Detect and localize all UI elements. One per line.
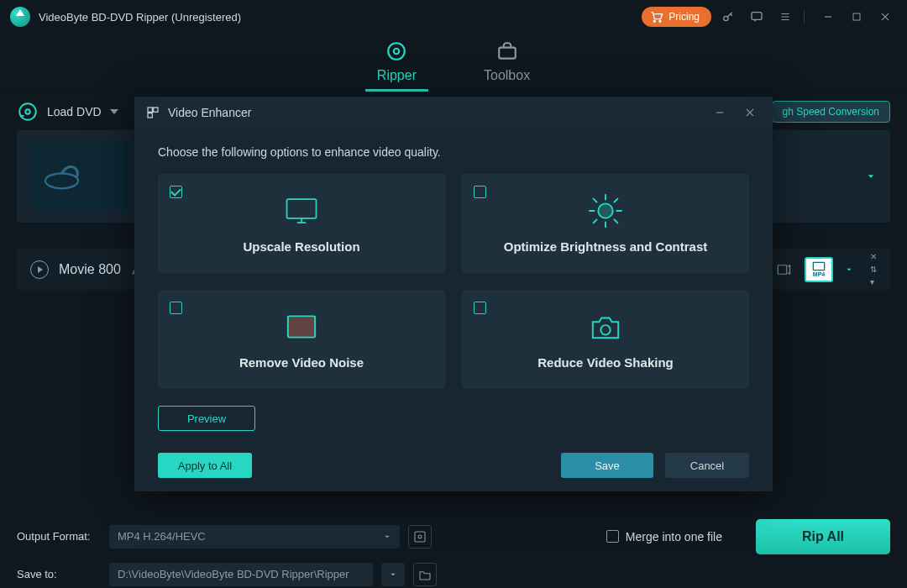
- save-to-label: Save to:: [17, 568, 101, 580]
- card-remove-noise[interactable]: Remove Video Noise: [158, 290, 445, 389]
- titlebar: VideoByte BD-DVD Ripper (Unregistered) P…: [0, 0, 907, 34]
- checkbox-icon: [170, 302, 182, 314]
- output-format-value: MP4 H.264/HEVC: [118, 530, 206, 543]
- preview-button[interactable]: Preview: [158, 406, 255, 431]
- reorder-arrows[interactable]: ✕ ⇅ ▾: [870, 252, 877, 286]
- svg-rect-13: [813, 262, 824, 270]
- output-format-label: Output Format:: [17, 530, 101, 543]
- save-button[interactable]: Save: [561, 453, 653, 478]
- minimize-button[interactable]: [816, 5, 840, 29]
- format-chip-label: MP4: [813, 271, 825, 277]
- card-reduce-shaking[interactable]: Reduce Video Shaking: [462, 290, 749, 389]
- close-small-icon[interactable]: ✕: [870, 252, 877, 261]
- tab-ripper-label: Ripper: [377, 68, 417, 83]
- modal-description: Choose the following options to enhance …: [158, 145, 749, 159]
- svg-rect-18: [148, 113, 152, 118]
- tab-ripper[interactable]: Ripper: [377, 39, 417, 92]
- merge-label: Merge into one file: [626, 530, 722, 543]
- rip-all-button[interactable]: Rip All: [756, 519, 890, 554]
- svg-point-0: [654, 20, 656, 22]
- format-chip[interactable]: MP4: [805, 257, 833, 282]
- filmstrip-icon: [283, 310, 320, 344]
- svg-rect-19: [287, 199, 317, 218]
- svg-point-2: [724, 16, 728, 20]
- card-label: Upscale Resolution: [243, 239, 359, 254]
- modal-titlebar: Video Enhancer: [134, 97, 773, 129]
- cancel-button[interactable]: Cancel: [665, 453, 749, 478]
- save-to-value: D:\VideoByte\VideoByte BD-DVD Ripper\Rip…: [118, 568, 349, 580]
- toolbox-icon: [495, 39, 519, 63]
- modal-title: Video Enhancer: [168, 106, 251, 119]
- checkbox-icon: [606, 530, 619, 543]
- svg-rect-16: [148, 108, 152, 112]
- svg-point-1: [659, 20, 661, 22]
- load-dvd-label: Load DVD: [47, 105, 102, 118]
- svg-point-9: [25, 109, 29, 113]
- chevron-down-icon: [383, 533, 391, 540]
- key-icon[interactable]: [716, 5, 740, 29]
- high-speed-conversion-button[interactable]: gh Speed Conversion: [772, 101, 890, 123]
- format-chevron-icon[interactable]: [845, 266, 853, 273]
- svg-point-5: [389, 43, 406, 60]
- tab-toolbox-label: Toolbox: [484, 68, 530, 83]
- bluray-thumbnail[interactable]: [30, 141, 131, 212]
- card-label: Reduce Video Shaking: [537, 355, 673, 370]
- card-brightness-contrast[interactable]: Optimize Brightness and Contrast: [462, 174, 749, 273]
- card-label: Optimize Brightness and Contrast: [504, 239, 708, 254]
- checkbox-icon: [474, 302, 486, 314]
- svg-rect-3: [752, 13, 762, 20]
- svg-point-22: [600, 325, 610, 334]
- play-icon[interactable]: [30, 260, 49, 279]
- sun-icon: [586, 194, 625, 228]
- app-logo-icon: [10, 7, 30, 27]
- cart-icon: [650, 11, 663, 23]
- svg-rect-7: [499, 48, 516, 59]
- enhance-icon[interactable]: [774, 260, 793, 279]
- enhancer-icon: [146, 106, 160, 119]
- svg-rect-14: [415, 532, 425, 542]
- high-speed-label: gh Speed Conversion: [783, 106, 879, 118]
- movie-name: Movie 800: [59, 262, 121, 277]
- menu-icon[interactable]: [773, 5, 797, 29]
- separator: [804, 10, 805, 24]
- modal-close-button[interactable]: [739, 102, 761, 123]
- svg-point-15: [418, 535, 422, 538]
- chevron-down-icon: [110, 109, 118, 114]
- close-button[interactable]: [873, 5, 897, 29]
- card-label: Remove Video Noise: [239, 355, 364, 370]
- feedback-icon[interactable]: [745, 5, 768, 29]
- main-tabs: Ripper Toolbox: [0, 34, 907, 92]
- maximize-button[interactable]: [845, 5, 868, 29]
- open-folder-icon[interactable]: [413, 563, 437, 586]
- svg-rect-12: [778, 265, 787, 274]
- bottom-bar: Output Format: MP4 H.264/HEVC Merge into…: [0, 517, 907, 588]
- svg-rect-21: [288, 316, 315, 337]
- modal-minimize-button[interactable]: [709, 102, 731, 123]
- chevron-down-small-icon[interactable]: ▾: [870, 277, 877, 286]
- monitor-icon: [284, 194, 319, 228]
- tab-toolbox[interactable]: Toolbox: [484, 39, 530, 92]
- dvd-icon: [17, 101, 39, 123]
- svg-point-10: [45, 173, 78, 188]
- save-to-path[interactable]: D:\VideoByte\VideoByte BD-DVD Ripper\Rip…: [109, 563, 373, 586]
- card-upscale-resolution[interactable]: Upscale Resolution: [158, 174, 445, 273]
- load-dvd-button[interactable]: Load DVD: [17, 101, 118, 123]
- pricing-button[interactable]: Pricing: [642, 7, 711, 27]
- merge-checkbox[interactable]: Merge into one file: [606, 530, 722, 543]
- save-to-dropdown[interactable]: [381, 563, 405, 586]
- svg-rect-4: [853, 13, 860, 20]
- disc-icon: [385, 39, 408, 63]
- output-settings-icon[interactable]: [408, 525, 432, 549]
- video-enhancer-modal: Video Enhancer Choose the following opti…: [134, 97, 773, 491]
- apply-to-all-button[interactable]: Apply to All: [158, 453, 252, 478]
- svg-point-8: [19, 103, 36, 120]
- svg-point-20: [598, 203, 612, 218]
- source-dropdown-chevron[interactable]: [865, 172, 877, 181]
- svg-rect-17: [154, 108, 158, 112]
- updown-icon[interactable]: ⇅: [870, 265, 877, 274]
- bluray-logo-icon: [43, 160, 118, 193]
- checkbox-icon: [474, 186, 486, 198]
- checkbox-icon: [170, 186, 182, 198]
- pricing-label: Pricing: [668, 11, 700, 23]
- output-format-select[interactable]: MP4 H.264/HEVC: [109, 525, 400, 549]
